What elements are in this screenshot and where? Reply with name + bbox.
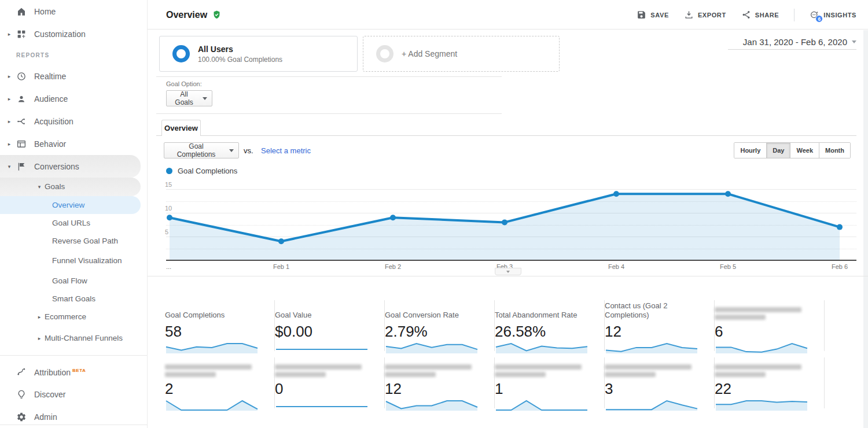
chart-data-point[interactable] — [278, 238, 284, 244]
metric-card-value: 22 — [715, 380, 811, 397]
sidebar-item-conversions[interactable]: ▾Conversions — [0, 155, 141, 178]
sidebar-item-goals[interactable]: ▾Goals — [0, 178, 141, 196]
metric-card: 22 — [715, 357, 825, 408]
report-header: Overview SAVEEXPORTSHARE6INSIGHTS — [148, 0, 868, 29]
metric-card-value: 2.79% — [385, 323, 481, 340]
x-axis-tick-label: Feb 4 — [599, 263, 634, 270]
sidebar-item-label: Conversions — [34, 162, 79, 171]
sidebar-item-reverse-goal-path[interactable]: Reverse Goal Path — [0, 232, 147, 250]
redacted-text-bar — [165, 364, 252, 370]
chart-data-point[interactable] — [837, 224, 843, 230]
sidebar-item-label: Discover — [34, 390, 65, 399]
metric-card: 3 — [605, 357, 715, 408]
sidebar-item-goal-urls[interactable]: Goal URLs — [0, 214, 147, 232]
goal-option-dropdown[interactable]: All Goals — [166, 90, 212, 106]
sidebar-item-label: Funnel Visualization — [52, 256, 122, 265]
discover-icon — [16, 389, 27, 400]
conversions-icon — [16, 161, 27, 172]
sidebar-item-label: Goals — [45, 182, 65, 191]
vs-label: vs. — [244, 146, 253, 155]
add-segment-label: + Add Segment — [402, 49, 457, 58]
chevron-down-icon — [506, 271, 510, 273]
granularity-week[interactable]: Week — [790, 143, 819, 158]
expand-arrow-icon: ▸ — [6, 141, 13, 147]
redacted-text-bar — [715, 372, 766, 377]
sidebar-item-home[interactable]: Home — [0, 0, 147, 23]
sidebar-item-label: Overview — [52, 201, 84, 210]
sidebar-item-behavior[interactable]: ▸Behavior — [0, 132, 147, 155]
sparkline-fill — [716, 401, 807, 411]
insights-button[interactable]: 6INSIGHTS — [810, 10, 856, 20]
chart-data-point[interactable] — [390, 215, 396, 220]
metric-dropdown[interactable]: Goal Completions — [164, 142, 239, 158]
x-axis-tick-label: ... — [166, 263, 183, 270]
save-button[interactable]: SAVE — [637, 10, 669, 20]
chart-data-point[interactable] — [613, 191, 619, 197]
sidebar-item-overview[interactable]: Overview — [0, 196, 141, 214]
chart-data-point[interactable] — [502, 219, 507, 225]
home-icon — [16, 6, 27, 17]
sidebar-item-label: Customization — [34, 29, 86, 39]
segment-title: All Users — [198, 45, 282, 54]
granularity-hourly[interactable]: Hourly — [734, 143, 766, 158]
header-actions: SAVEEXPORTSHARE6INSIGHTS — [637, 0, 856, 29]
sidebar-item-acquisition[interactable]: ▸Acquisition — [0, 110, 147, 132]
metric-card-value: 2 — [165, 380, 262, 397]
customization-icon — [16, 29, 27, 39]
chart-data-point[interactable] — [725, 191, 731, 197]
metric-card: 0 — [275, 357, 385, 408]
metric-card: 6 — [715, 300, 825, 351]
chart-expander-button[interactable] — [495, 268, 521, 275]
sidebar-item-attribution[interactable]: AttributionBETA — [0, 360, 147, 383]
redacted-text-bar — [605, 372, 656, 377]
sidebar-item-customization[interactable]: ▸Customization — [0, 23, 147, 45]
sparkline-chart — [715, 341, 808, 355]
x-axis-tick-label: Feb 1 — [264, 263, 299, 270]
expand-arrow-icon: ▸ — [6, 96, 13, 102]
metric-card-title: Total Abandonment Rate — [495, 300, 591, 320]
segment-text: All Users 100.00% Goal Completions — [198, 45, 282, 64]
actions-divider — [794, 9, 795, 21]
sidebar-item-funnel-visualization[interactable]: Funnel Visualization — [0, 250, 147, 272]
segment-all-users[interactable]: All Users 100.00% Goal Completions — [159, 36, 358, 72]
sidebar-item-discover[interactable]: Discover — [0, 383, 147, 405]
sidebar-item-smart-goals[interactable]: Smart Goals — [0, 290, 147, 308]
metric-cards-grid: Goal Completions58Goal Value$0.00Goal Co… — [165, 300, 825, 408]
sparkline-chart — [165, 341, 259, 355]
redacted-text-bar — [385, 372, 436, 377]
tab-overview[interactable]: Overview — [161, 120, 201, 136]
sidebar-item-goal-flow[interactable]: Goal Flow — [0, 272, 147, 290]
chart-data-point[interactable] — [167, 215, 172, 220]
metric-card-title-redacted — [715, 357, 811, 377]
sidebar-item-multi-channel-funnels[interactable]: ▸Multi-Channel Funnels — [0, 326, 147, 350]
date-range-selector[interactable]: Jan 31, 2020 - Feb 6, 2020 — [728, 35, 856, 50]
metric-card-total-abandonment-rate: Total Abandonment Rate26.58% — [495, 300, 605, 351]
scrollbar[interactable] — [863, 30, 868, 428]
granularity-day[interactable]: Day — [766, 143, 790, 158]
granularity-month[interactable]: Month — [819, 143, 850, 158]
sidebar-item-label: Smart Goals — [52, 294, 95, 304]
segment-circle-icon — [172, 45, 190, 62]
metric-card-value: 0 — [275, 380, 372, 397]
sidebar-bottom-divider — [0, 425, 148, 425]
sidebar-item-realtime[interactable]: ▸Realtime — [0, 65, 147, 87]
select-a-metric-link[interactable]: Select a metric — [261, 146, 311, 155]
sparkline-chart — [715, 399, 808, 412]
x-axis-tick-label: Feb 5 — [711, 263, 745, 270]
add-segment-button[interactable]: + Add Segment — [363, 36, 560, 72]
share-button[interactable]: SHARE — [741, 10, 779, 20]
page-title-row: Overview — [166, 0, 222, 29]
expand-arrow-icon: ▸ — [36, 314, 43, 320]
sidebar-item-ecommerce[interactable]: ▸Ecommerce — [0, 308, 147, 326]
redacted-text-bar — [275, 364, 362, 370]
export-button[interactable]: EXPORT — [684, 10, 726, 20]
sidebar-item-label: Goal Flow — [52, 276, 87, 286]
realtime-icon — [16, 71, 27, 82]
sidebar-item-audience[interactable]: ▸Audience — [0, 87, 147, 110]
metric-card-value: 26.58% — [495, 323, 591, 340]
expand-arrow-icon: ▸ — [6, 31, 13, 37]
x-axis-line — [166, 260, 856, 261]
sparkline-fill — [166, 344, 258, 353]
expand-arrow-icon: ▸ — [6, 73, 13, 79]
behavior-icon — [16, 139, 27, 149]
